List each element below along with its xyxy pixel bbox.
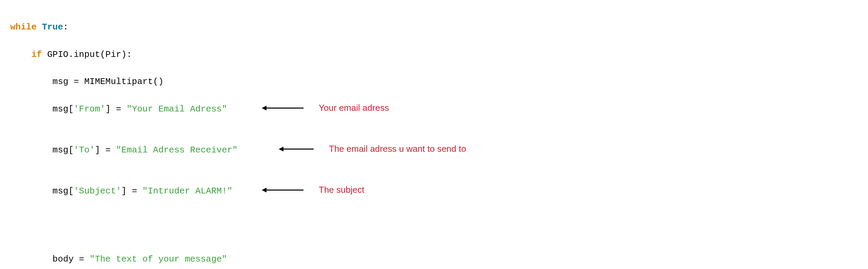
annotation-label: Your email adress	[319, 102, 389, 114]
code-block: while True: if GPIO.input(Pir): msg = MI…	[10, 7, 858, 269]
arrow-icon	[261, 186, 305, 194]
code-line: msg = MIMEMultipart()	[10, 75, 858, 88]
string-from: 'From'	[74, 104, 105, 114]
code-line: msg['Subject'] = "Intruder ALARM!" The s…	[10, 184, 858, 212]
code-line: msg['To'] = "Email Adress Receiver" The …	[10, 143, 858, 171]
code-line: msg['From'] = "Your Email Adress" Your e…	[10, 102, 858, 130]
code-line: while True:	[10, 20, 858, 34]
annotation: Your email adress	[261, 102, 389, 114]
string-body: "The text of your message"	[90, 254, 227, 264]
keyword-while: while	[10, 22, 37, 32]
code-line	[10, 225, 858, 239]
annotation-label: The email adress u want to send to	[329, 143, 466, 155]
string-receiver: "Email Adress Receiver"	[116, 145, 238, 155]
code-line: if GPIO.input(Pir):	[10, 48, 858, 61]
arrow-icon	[261, 104, 305, 112]
annotation: The subject	[261, 184, 364, 196]
string-your-email: "Your Email Adress"	[126, 104, 227, 114]
svg-marker-5	[262, 188, 267, 192]
annotation-label: The subject	[319, 184, 364, 196]
keyword-if: if	[31, 49, 42, 60]
annotation: The email adress u want to send to	[278, 143, 466, 155]
string-intruder: "Intruder ALARM!"	[142, 186, 232, 196]
string-to: 'To'	[74, 145, 95, 155]
svg-marker-3	[279, 147, 283, 151]
literal-true: True	[42, 22, 63, 32]
code-line: body = "The text of your message"	[10, 252, 858, 266]
string-subject: 'Subject'	[74, 186, 121, 196]
svg-marker-1	[262, 106, 267, 110]
arrow-icon	[278, 145, 315, 153]
